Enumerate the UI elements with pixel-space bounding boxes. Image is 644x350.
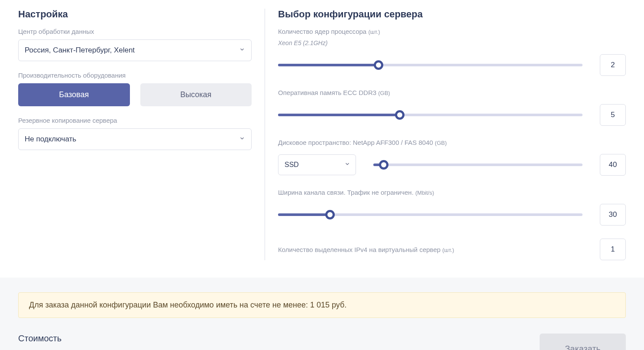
ip-label: Количество выделенных IPv4 на виртуальны…: [278, 246, 454, 253]
disk-value-box[interactable]: 40: [600, 154, 626, 176]
chevron-down-icon: [239, 46, 245, 55]
backup-value: Не подключать: [25, 135, 76, 144]
disk-type-select[interactable]: SSD: [278, 154, 356, 175]
cpu-slider-thumb[interactable]: [374, 60, 383, 70]
ram-slider[interactable]: [278, 111, 583, 119]
disk-type-value: SSD: [285, 161, 299, 168]
datacenter-value: Россия, Санкт-Петербург, Xelent: [25, 46, 135, 55]
performance-basic-button[interactable]: Базовая: [18, 83, 130, 106]
cpu-slider[interactable]: [278, 61, 583, 69]
cpu-label: Количество ядер процессора (шт.): [278, 28, 626, 35]
chevron-down-icon: [239, 135, 245, 144]
settings-title: Настройка: [18, 9, 252, 20]
performance-label: Производительность оборудования: [18, 72, 252, 79]
bandwidth-slider[interactable]: [278, 210, 583, 219]
cpu-sublabel: Xeon E5 (2.1GHz): [278, 39, 626, 46]
cpu-value-box[interactable]: 2: [600, 54, 626, 76]
performance-high-button[interactable]: Высокая: [140, 83, 252, 106]
datacenter-label: Центр обработки данных: [18, 28, 252, 35]
bandwidth-slider-thumb[interactable]: [325, 210, 335, 219]
bandwidth-value-box[interactable]: 30: [600, 204, 626, 226]
disk-label: Дисковое пространство: NetApp AFF300 / F…: [278, 139, 626, 146]
cost-title: Стоимость: [18, 334, 269, 343]
ram-slider-thumb[interactable]: [395, 110, 405, 120]
disk-slider[interactable]: [373, 160, 583, 169]
ram-value-box[interactable]: 5: [600, 104, 626, 126]
config-title: Выбор конфигурации сервера: [278, 9, 626, 20]
ram-label: Оперативная память ECC DDR3 (GB): [278, 89, 626, 96]
backup-select[interactable]: Не подключать: [18, 128, 252, 150]
backup-label: Резервное копирование сервера: [18, 117, 252, 124]
bandwidth-label: Ширина канала связи. Трафик не ограничен…: [278, 189, 626, 196]
ip-value-box[interactable]: 1: [600, 239, 626, 260]
chevron-down-icon: [344, 161, 350, 169]
disk-slider-thumb[interactable]: [379, 160, 388, 170]
order-button[interactable]: Заказать: [540, 334, 626, 350]
datacenter-select[interactable]: Россия, Санкт-Петербург, Xelent: [18, 39, 252, 61]
balance-alert: Для заказа данной конфигурации Вам необх…: [18, 292, 626, 318]
